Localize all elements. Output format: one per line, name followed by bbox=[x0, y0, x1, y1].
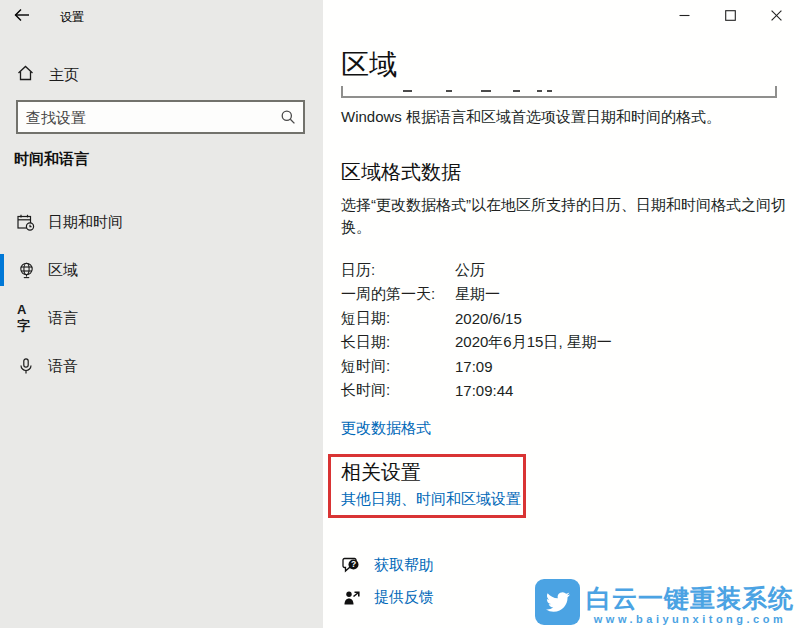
page-title: 区域 bbox=[341, 46, 397, 84]
row-value: 2020/6/15 bbox=[455, 310, 522, 327]
sidebar-item-label: 主页 bbox=[49, 66, 79, 85]
table-row-short-date: 短日期: 2020/6/15 bbox=[341, 306, 781, 330]
format-data-table: 日历: 公历 一周的第一天: 星期一 短日期: 2020/6/15 长日期: 2… bbox=[341, 258, 781, 402]
dropdown-border bbox=[341, 86, 777, 98]
section-title-region-format: 区域格式数据 bbox=[341, 159, 461, 186]
row-value: 17:09:44 bbox=[455, 382, 513, 399]
page-description: Windows 根据语言和区域首选项设置日期和时间的格式。 bbox=[341, 108, 787, 127]
row-label: 短日期: bbox=[341, 309, 455, 328]
link-label: 提供反馈 bbox=[374, 588, 434, 607]
globe-icon bbox=[17, 262, 35, 279]
get-help-link[interactable]: ? 获取帮助 bbox=[341, 556, 434, 575]
sidebar-section-title: 时间和语言 bbox=[14, 150, 89, 169]
sidebar-item-date-time[interactable]: 日期和时间 bbox=[0, 198, 323, 246]
svg-text:?: ? bbox=[351, 559, 356, 569]
watermark: 白云一键重装系统 www.baiyunxitong.com bbox=[535, 579, 794, 625]
section-description: 选择“更改数据格式”以在地区所支持的日历、日期和时间格式之间切换。 bbox=[341, 194, 787, 238]
watermark-text: 白云一键重装系统 www.baiyunxitong.com bbox=[586, 586, 794, 625]
settings-window: 设置 主页 时间和语言 日期和时间 bbox=[0, 0, 799, 628]
table-row-short-time: 短时间: 17:09 bbox=[341, 354, 781, 378]
table-row-first-day: 一周的第一天: 星期一 bbox=[341, 282, 781, 306]
row-value: 2020年6月15日, 星期一 bbox=[455, 333, 612, 352]
search-icon[interactable] bbox=[273, 109, 303, 125]
row-value: 17:09 bbox=[455, 358, 493, 375]
row-label: 短时间: bbox=[341, 357, 455, 376]
section-title-related-settings: 相关设置 bbox=[341, 459, 421, 486]
table-row-long-time: 长时间: 17:09:44 bbox=[341, 378, 781, 402]
search-input[interactable] bbox=[18, 109, 273, 126]
twitter-bird-icon bbox=[535, 579, 580, 625]
maximize-icon bbox=[725, 7, 736, 25]
feedback-person-icon bbox=[341, 589, 363, 606]
sidebar-item-home[interactable]: 主页 bbox=[0, 56, 323, 94]
minimize-icon bbox=[679, 7, 690, 25]
microphone-icon bbox=[17, 358, 35, 375]
calendar-clock-icon bbox=[17, 214, 35, 231]
maximize-button[interactable] bbox=[707, 0, 753, 32]
titlebar: 设置 bbox=[0, 0, 323, 34]
content-pane: 区域 Windows 根据语言和区域首选项设置日期和时间的格式。 区域格式数据 … bbox=[323, 0, 799, 628]
sidebar-nav: 日期和时间 区域 A字 语言 语音 bbox=[0, 198, 323, 390]
back-arrow-icon bbox=[14, 8, 30, 26]
sidebar-item-label: 日期和时间 bbox=[48, 213, 123, 232]
row-label: 日历: bbox=[341, 261, 455, 280]
sidebar-item-label: 区域 bbox=[48, 261, 78, 280]
sidebar-item-language[interactable]: A字 语言 bbox=[0, 294, 323, 342]
sidebar-item-label: 语音 bbox=[48, 357, 78, 376]
window-controls bbox=[661, 0, 799, 32]
row-label: 长时间: bbox=[341, 381, 455, 400]
sidebar-item-region[interactable]: 区域 bbox=[0, 246, 323, 294]
table-row-long-date: 长日期: 2020年6月15日, 星期一 bbox=[341, 330, 781, 354]
additional-date-time-region-link[interactable]: 其他日期、时间和区域设置 bbox=[341, 490, 521, 509]
region-dropdown-clipped[interactable] bbox=[341, 86, 777, 100]
watermark-url: www.baiyunxitong.com bbox=[594, 614, 786, 625]
sidebar-item-speech[interactable]: 语音 bbox=[0, 342, 323, 390]
back-button[interactable] bbox=[0, 0, 44, 34]
close-icon bbox=[771, 7, 782, 25]
row-label: 一周的第一天: bbox=[341, 285, 455, 304]
row-label: 长日期: bbox=[341, 333, 455, 352]
sidebar: 设置 主页 时间和语言 日期和时间 bbox=[0, 0, 323, 628]
minimize-button[interactable] bbox=[661, 0, 707, 32]
watermark-title: 白云一键重装系统 bbox=[586, 586, 794, 611]
language-icon: A字 bbox=[17, 302, 35, 335]
help-bubble-icon: ? bbox=[341, 557, 363, 574]
sidebar-item-label: 语言 bbox=[48, 309, 78, 328]
row-value: 星期一 bbox=[455, 285, 500, 304]
link-label: 获取帮助 bbox=[374, 556, 434, 575]
row-value: 公历 bbox=[455, 261, 485, 280]
close-button[interactable] bbox=[753, 0, 799, 32]
home-icon bbox=[17, 65, 34, 85]
table-row-calendar: 日历: 公历 bbox=[341, 258, 781, 282]
change-data-format-link[interactable]: 更改数据格式 bbox=[341, 419, 431, 438]
app-title: 设置 bbox=[60, 9, 84, 26]
provide-feedback-link[interactable]: 提供反馈 bbox=[341, 588, 434, 607]
search-box bbox=[16, 100, 305, 134]
